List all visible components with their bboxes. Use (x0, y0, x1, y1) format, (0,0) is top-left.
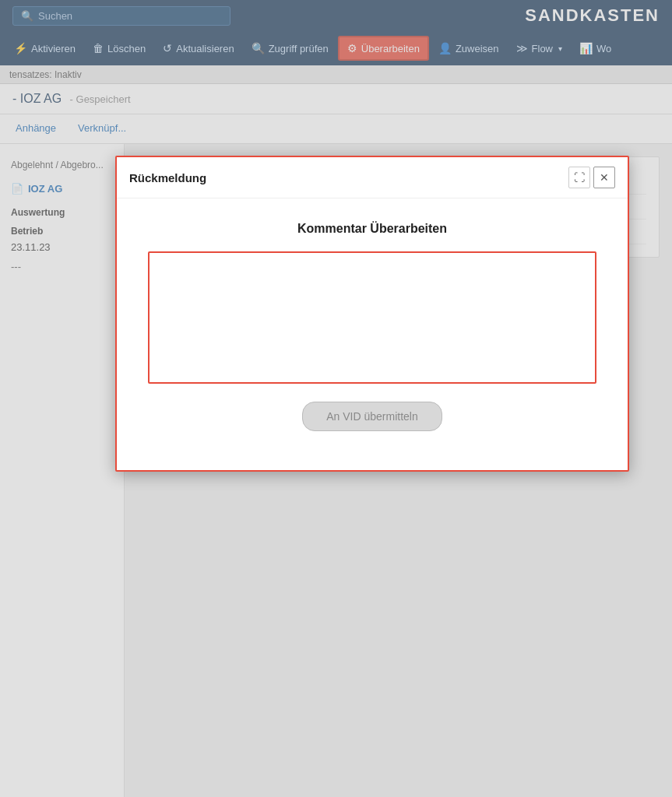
modal-close-button[interactable]: ✕ (593, 167, 615, 188)
modal-section-title: Kommentar Überarbeiten (148, 222, 596, 236)
modal-expand-button[interactable]: ⛶ (568, 167, 590, 188)
modal-dialog: Rückmeldung ⛶ ✕ Kommentar Überarbeiten A… (115, 156, 629, 472)
close-icon: ✕ (600, 171, 609, 184)
expand-icon: ⛶ (574, 171, 585, 184)
modal-header-actions: ⛶ ✕ (568, 167, 615, 188)
modal-header: Rückmeldung ⛶ ✕ (117, 157, 628, 198)
modal-footer: An VID übermitteln (148, 386, 596, 439)
modal-body: Kommentar Überarbeiten An VID übermittel… (117, 198, 628, 470)
comment-textarea[interactable] (148, 251, 596, 384)
modal-title: Rückmeldung (129, 171, 206, 184)
submit-button[interactable]: An VID übermitteln (302, 402, 442, 431)
